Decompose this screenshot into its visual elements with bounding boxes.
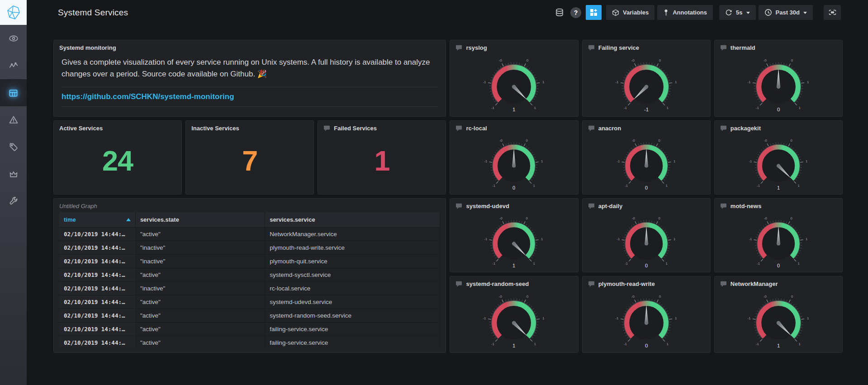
eye-icon [9,33,19,43]
table-row: 02/10/2019 14:44:… "active" systemd-udev… [59,295,440,309]
panel-description-icon [720,203,727,209]
panel-description-icon [455,44,462,51]
panel-title: rc-local [466,125,487,132]
panel-description-icon [720,125,727,132]
panel-title: systemd-udevd [466,203,509,209]
table-wrap: time services.state services.service 02/… [59,212,440,347]
panel-title-bar[interactable]: Inactive Services [186,121,313,133]
panel-title-bar[interactable]: thermald [715,40,842,53]
gauge-value: 0 [777,107,780,112]
svg-text:-0: -0 [764,216,767,220]
panel-title-bar[interactable]: Untitled Graph [54,199,446,211]
svg-text:1: 1 [807,80,809,84]
panel-title-bar[interactable]: motd-news [715,199,842,211]
svg-text:-0: -0 [631,295,635,299]
grafana-logo[interactable] [0,0,27,25]
panel-title-bar[interactable]: Systemd monitoring [54,40,446,53]
stat-value: 1 [318,133,446,194]
sidebar-item-premium[interactable] [0,161,27,188]
panel-title-bar[interactable]: rc-local [450,121,578,133]
gauge-chart: -1-1-0011 1 [715,133,842,192]
time-range-label: Past 30d [776,9,800,16]
github-link[interactable]: https://github.com/SCHKN/systemd-monitor… [62,92,234,101]
column-header-state[interactable]: services.state [135,212,265,228]
cell-service: systemd-sysctl.service [265,268,440,282]
svg-text:1: 1 [806,237,807,241]
clock-icon [764,9,772,16]
gauge-chart: -1-1-0011 1 [450,289,578,351]
panel-title-bar[interactable]: Failed Services [318,121,446,133]
variables-button[interactable]: Variables [606,5,655,20]
top-navbar: Systemd Services ? Variable [27,0,868,25]
gauge-panel-rc-local: rc-local -1-1-0011 0 [450,120,578,195]
cell-time: 02/10/2019 14:44:… [59,309,135,323]
sidebar-item-explore[interactable] [0,25,27,52]
panel-title-bar[interactable]: plymouth-read-write [583,276,710,289]
svg-text:-1: -1 [491,106,495,110]
table-row: 02/10/2019 14:44:… "active" failing-serv… [59,336,440,347]
gauge-panel-plymouth-read-write: plymouth-read-write -1-1-0011 0 [582,276,711,353]
refresh-interval-label: 5s [736,9,742,16]
sidebar-item-dashboards[interactable] [0,79,27,106]
panel-title-bar[interactable]: apt-daily [583,199,710,211]
gauge-chart: -1-1-0011 -1 [583,53,710,114]
annotations-button[interactable]: Annotations [657,5,713,20]
panel-title: thermald [730,44,755,51]
svg-text:1: 1 [675,316,677,320]
panel-title-bar[interactable]: packagekit [715,121,842,133]
refresh-button[interactable]: 5s [719,5,755,20]
gauge-panel-failing-service: Failing service -1-1-0011 -1 [582,40,711,117]
svg-text:-0: -0 [631,58,635,62]
column-header-time[interactable]: time [59,212,135,228]
panel-title-bar[interactable]: systemd-random-seed [450,276,578,289]
panel-title-bar[interactable]: Active Services [54,121,181,133]
sidebar-item-settings[interactable] [0,188,27,215]
gauge-chart: -1-1-0011 0 [583,133,710,192]
svg-text:0: 0 [790,216,792,220]
panel-title: Untitled Graph [59,203,97,209]
svg-text:0: 0 [526,138,528,143]
panel-title: systemd-random-seed [466,280,529,287]
panel-title-bar[interactable]: Failing service [583,40,710,53]
time-range-button[interactable]: Past 30d [759,5,813,20]
help-button[interactable]: ? [569,5,583,20]
svg-text:-1: -1 [493,184,496,188]
cell-state: "inactive" [135,255,265,268]
panel-title: apt-daily [598,203,622,209]
svg-text:1: 1 [797,261,799,266]
svg-text:0: 0 [658,216,660,220]
cell-service: systemd-udevd.service [265,295,440,309]
svg-text:-1: -1 [749,159,752,163]
panel-title-bar[interactable]: rsyslog [450,40,578,53]
column-header-service[interactable]: services.service [265,212,440,228]
sidebar-item-alerting[interactable] [0,106,27,133]
svg-text:-1: -1 [747,80,751,84]
gauge-panel-systemd-udevd: systemd-udevd -1-1-0011 1 [450,198,578,272]
gauge-value: 1 [512,107,515,112]
svg-text:-0: -0 [499,295,503,299]
panel-title-bar[interactable]: anacron [583,121,710,133]
table-row: 02/10/2019 14:44:… "active" systemd-rand… [59,309,440,323]
svg-text:1: 1 [666,106,669,110]
panel-title: NetworkManager [730,280,778,287]
sidebar-item-tags[interactable] [0,133,27,161]
tag-icon [9,142,19,152]
panel-title: motd-news [730,203,762,209]
svg-text:-1: -1 [483,80,487,84]
kiosk-mode-button[interactable] [824,5,841,20]
panel-description-icon [323,125,330,132]
datasource-button[interactable] [553,6,566,19]
add-panel-button[interactable] [586,5,602,20]
sidebar-item-activity[interactable] [0,52,27,79]
svg-text:0: 0 [791,295,793,299]
svg-text:1: 1 [541,159,543,163]
panel-title-bar[interactable]: systemd-udevd [450,199,578,211]
svg-text:-1: -1 [493,261,496,266]
stat-panel-active-services: Active Services 24 [53,120,182,195]
panel-description-icon [720,280,727,287]
panel-title: Failing service [598,44,639,51]
gauge-chart: -1-1-0011 1 [715,289,842,351]
link-row: https://github.com/SCHKN/systemd-monitor… [62,87,438,107]
panel-title-bar[interactable]: NetworkManager [715,276,842,289]
stat-value: 24 [54,133,181,194]
